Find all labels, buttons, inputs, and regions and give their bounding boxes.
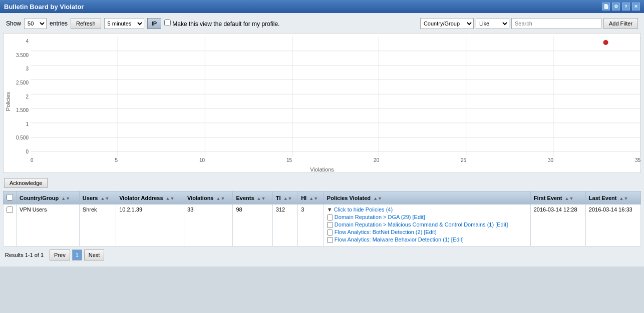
- policy-edit-2[interactable]: [Edit]: [495, 222, 508, 228]
- main-container: Show 50 10 25 100 entries Refresh 5 minu…: [0, 13, 644, 266]
- title-bar: Bulletin Board by Violator 📄 ⚙ ? ✕: [0, 0, 644, 13]
- row-country: VPN Users: [17, 204, 80, 246]
- entries-label: entries: [50, 20, 68, 27]
- refresh-button[interactable]: Refresh: [71, 18, 101, 29]
- sort-policies-icon[interactable]: ▲▼: [373, 196, 382, 201]
- row-checkbox[interactable]: [7, 206, 13, 213]
- y-tick-3: 3: [13, 66, 29, 72]
- chart-container: Policies 4 3.500 3 2.500 2 1.500 1 0.500…: [3, 33, 641, 173]
- close-icon[interactable]: ✕: [632, 2, 640, 10]
- prev-button[interactable]: Prev: [50, 250, 70, 260]
- col-header-checkbox: [4, 192, 17, 204]
- chart-data-point: [603, 40, 608, 45]
- policy-link-3[interactable]: Flow Analytics: BotNet Detection (2): [335, 229, 422, 235]
- sort-country-icon[interactable]: ▲▼: [61, 196, 70, 201]
- y-tick-3500: 3.500: [13, 52, 29, 58]
- toolbar: Show 50 10 25 100 entries Refresh 5 minu…: [3, 16, 641, 31]
- chart-x-label: Violations: [4, 166, 640, 174]
- y-tick-1500: 1.500: [13, 108, 29, 113]
- page-icon[interactable]: 📄: [602, 2, 610, 10]
- policy-checkbox-4[interactable]: [327, 237, 333, 243]
- row-policies: ▼ Click to hide Policies (4) Domain Repu…: [324, 204, 530, 246]
- sort-hi-icon[interactable]: ▲▼: [309, 196, 318, 201]
- y-tick-4: 4: [13, 38, 29, 44]
- ip-button[interactable]: IP: [147, 18, 161, 29]
- policy-link-2[interactable]: Domain Reputation > Malicious Command & …: [335, 222, 494, 228]
- x-tick-20: 20: [374, 158, 379, 166]
- table-row: VPN Users Shrek 10.2.1.39 33 98 312: [4, 204, 641, 246]
- x-tick-25: 25: [461, 158, 466, 166]
- y-tick-0500: 0.500: [13, 135, 29, 140]
- col-header-violations: Violations ▲▼: [184, 192, 233, 204]
- collapse-icon: ▼: [327, 206, 333, 212]
- show-entries-select[interactable]: 50 10 25 100: [24, 18, 47, 29]
- select-all-checkbox[interactable]: [7, 194, 13, 200]
- sort-violations-icon[interactable]: ▲▼: [216, 196, 225, 201]
- x-tick-35: 35: [635, 158, 640, 166]
- row-events: 98: [233, 204, 272, 246]
- row-hi: 3: [298, 204, 324, 246]
- row-last-event: 2016-03-14 16:33: [585, 204, 640, 246]
- results-label: Results 1-1 of 1: [5, 252, 44, 258]
- interval-select[interactable]: 5 minutes 1 minute 10 minutes 30 minutes: [104, 18, 144, 29]
- sort-first-event-icon[interactable]: ▲▼: [565, 196, 574, 201]
- x-tick-30: 30: [548, 158, 553, 166]
- row-violator: 10.2.1.39: [116, 204, 184, 246]
- col-header-last-event: Last Event ▲▼: [585, 192, 640, 204]
- next-button[interactable]: Next: [84, 250, 105, 260]
- show-label: Show: [6, 20, 21, 27]
- y-tick-2500: 2.500: [13, 80, 29, 86]
- acknowledge-row: Acknowledge: [3, 175, 641, 191]
- x-tick-15: 15: [286, 158, 292, 166]
- pagination-row: Results 1-1 of 1 Prev 1 Next: [3, 246, 641, 264]
- title-bar-title: Bulletin Board by Violator: [4, 3, 84, 10]
- y-tick-2: 2: [13, 94, 29, 100]
- row-users: Shrek: [79, 204, 116, 246]
- policy-edit-3[interactable]: [Edit]: [424, 229, 436, 235]
- add-filter-button[interactable]: Add Filter: [603, 18, 638, 29]
- policy-checkbox-3[interactable]: [327, 230, 333, 236]
- hide-policies-link[interactable]: Click to hide Policies (4): [334, 206, 393, 212]
- filter-condition-select[interactable]: Like Equals Not Like: [476, 18, 509, 29]
- policy-item-4: Flow Analytics: Malware Behavior Detecti…: [327, 236, 527, 243]
- policy-link-1[interactable]: Domain Reputation > DGA (29): [335, 214, 411, 220]
- policy-checkbox-2[interactable]: [327, 222, 333, 228]
- policy-edit-4[interactable]: [Edit]: [451, 236, 464, 242]
- help-icon[interactable]: ?: [622, 2, 630, 10]
- default-checkbox[interactable]: [164, 20, 171, 26]
- sort-violator-icon[interactable]: ▲▼: [166, 196, 175, 201]
- policies-collapse-row: ▼ Click to hide Policies (4): [327, 206, 527, 212]
- current-page: 1: [72, 250, 82, 260]
- filter-area: Country/Group User Violator Address Like…: [420, 18, 638, 29]
- chart-y-label: Policies: [5, 92, 11, 111]
- row-ti: 312: [272, 204, 297, 246]
- policy-link-4[interactable]: Flow Analytics: Malware Behavior Detecti…: [335, 236, 450, 242]
- col-header-country: Country/Group ▲▼: [17, 192, 80, 204]
- acknowledge-button[interactable]: Acknowledge: [4, 178, 48, 188]
- row-first-event: 2016-03-14 12:28: [530, 204, 585, 246]
- policy-edit-1[interactable]: [Edit]: [412, 214, 425, 220]
- sort-ti-icon[interactable]: ▲▼: [283, 196, 292, 201]
- chart-svg: [31, 36, 640, 156]
- default-checkbox-label: Make this view the default for my profil…: [164, 20, 279, 28]
- sort-last-event-icon[interactable]: ▲▼: [619, 196, 628, 201]
- x-tick-0: 0: [31, 158, 34, 166]
- data-table: Country/Group ▲▼ Users ▲▼ Violator Addre…: [3, 191, 641, 246]
- sort-events-icon[interactable]: ▲▼: [257, 196, 266, 201]
- settings-icon[interactable]: ⚙: [612, 2, 620, 10]
- policy-checkbox-1[interactable]: [327, 214, 333, 220]
- col-header-policies: Policies Violated ▲▼: [324, 192, 530, 204]
- x-tick-5: 5: [115, 158, 118, 166]
- search-input[interactable]: [511, 18, 601, 29]
- y-tick-0: 0: [13, 149, 29, 154]
- filter-type-select[interactable]: Country/Group User Violator Address: [420, 18, 474, 29]
- col-header-events: Events ▲▼: [233, 192, 272, 204]
- sort-users-icon[interactable]: ▲▼: [100, 196, 109, 201]
- col-header-ti: TI ▲▼: [272, 192, 297, 204]
- col-header-users: Users ▲▼: [79, 192, 116, 204]
- y-tick-1: 1: [13, 122, 29, 127]
- table-header-row: Country/Group ▲▼ Users ▲▼ Violator Addre…: [4, 192, 641, 204]
- policy-item-3: Flow Analytics: BotNet Detection (2) [Ed…: [327, 229, 527, 236]
- x-tick-10: 10: [199, 158, 205, 166]
- policy-item-1: Domain Reputation > DGA (29) [Edit]: [327, 214, 527, 220]
